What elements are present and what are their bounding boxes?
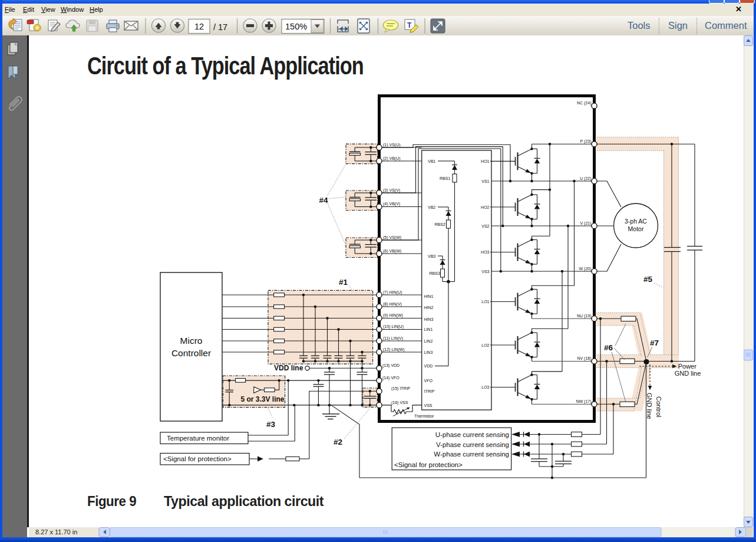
svg-text:5 or 3.3V line: 5 or 3.3V line — [241, 395, 285, 403]
svg-text:Control: Control — [655, 396, 662, 417]
svg-text:#7: #7 — [650, 339, 659, 347]
svg-text:#6: #6 — [604, 343, 613, 352]
svg-text:#5: #5 — [643, 275, 653, 284]
svg-text:(16) VSS: (16) VSS — [391, 400, 408, 405]
svg-text:RBS2: RBS2 — [435, 222, 445, 226]
svg-text:VB3: VB3 — [428, 254, 435, 258]
svg-text:GND line: GND line — [646, 393, 653, 419]
svg-text:VB1: VB1 — [428, 159, 435, 163]
svg-text:HIN3: HIN3 — [424, 317, 434, 321]
svg-text:VB2: VB2 — [428, 205, 435, 209]
svg-text:LO2: LO2 — [481, 343, 489, 347]
svg-text:HIN2: HIN2 — [424, 306, 434, 310]
svg-text:Temperature monitor: Temperature monitor — [167, 435, 229, 442]
svg-text:W-phase current sensing: W-phase current sensing — [434, 451, 509, 458]
svg-text:(12) LIN(W): (12) LIN(W) — [383, 347, 405, 352]
svg-text:(14) VFO: (14) VFO — [382, 376, 400, 380]
svg-text:(8) HIN(V): (8) HIN(V) — [383, 302, 402, 307]
svg-text:Controller: Controller — [171, 348, 211, 358]
svg-text:VSS: VSS — [424, 403, 433, 408]
svg-text:(7) HIN(U): (7) HIN(U) — [383, 290, 402, 295]
svg-text:W (20): W (20) — [579, 267, 592, 271]
svg-text:RBS3: RBS3 — [430, 271, 440, 275]
svg-text:VS1: VS1 — [481, 179, 489, 183]
svg-text:(5) VS(W): (5) VS(W) — [383, 235, 401, 240]
svg-text:(15) ITRIP: (15) ITRIP — [391, 386, 411, 391]
svg-text:Power: Power — [678, 363, 697, 370]
svg-text:V-phase current sensing: V-phase current sensing — [436, 441, 509, 448]
svg-text:HIN1: HIN1 — [424, 294, 434, 298]
svg-text:NV (18): NV (18) — [577, 356, 591, 361]
svg-text:(2) VB(U): (2) VB(U) — [383, 156, 401, 161]
svg-text:(4) VB(V): (4) VB(V) — [383, 202, 400, 206]
svg-text:VDD: VDD — [424, 364, 433, 368]
svg-text:HO2: HO2 — [481, 205, 490, 209]
svg-text:(13) VDD: (13) VDD — [382, 363, 400, 368]
svg-text:LO3: LO3 — [481, 385, 489, 389]
svg-text:VS3: VS3 — [481, 270, 489, 274]
svg-text:NC (24): NC (24) — [577, 101, 592, 106]
svg-text:U (22): U (22) — [580, 176, 591, 181]
svg-text:(3) VS(V): (3) VS(V) — [383, 188, 400, 193]
svg-text:VDD line: VDD line — [274, 364, 303, 372]
svg-text:RBS1: RBS1 — [440, 176, 450, 180]
svg-text:Motor: Motor — [628, 225, 644, 232]
svg-text:NU (19): NU (19) — [577, 314, 592, 318]
svg-text:3-ph AC: 3-ph AC — [625, 218, 647, 225]
svg-text:U-phase current sensing: U-phase current sensing — [435, 431, 509, 438]
svg-text:HO3: HO3 — [481, 250, 490, 254]
svg-text:Micro: Micro — [180, 336, 203, 346]
svg-text:LO1: LO1 — [481, 300, 489, 304]
svg-text:<Signal for protection>: <Signal for protection> — [163, 455, 232, 462]
svg-text:LIN3: LIN3 — [424, 350, 433, 354]
svg-text:GND line: GND line — [675, 370, 701, 377]
svg-text:HO1: HO1 — [481, 159, 490, 163]
svg-text:<Signal for protection>: <Signal for protection> — [394, 461, 463, 468]
svg-text:LIN1: LIN1 — [424, 327, 433, 331]
svg-text:#3: #3 — [266, 420, 276, 429]
svg-text:NW (17): NW (17) — [576, 399, 591, 404]
svg-text:#2: #2 — [334, 438, 342, 446]
svg-text:LIN2: LIN2 — [424, 339, 433, 343]
svg-text:VS2: VS2 — [481, 224, 489, 228]
svg-text:ITRIP: ITRIP — [424, 389, 435, 393]
svg-text:#1: #1 — [339, 278, 348, 287]
svg-text:(11) LIN(V): (11) LIN(V) — [383, 336, 403, 341]
svg-text:V (21): V (21) — [580, 221, 591, 226]
svg-text:(6) VB(W): (6) VB(W) — [383, 249, 401, 254]
svg-text:Thermistor: Thermistor — [414, 414, 434, 418]
svg-text:#4: #4 — [319, 196, 329, 205]
svg-text:VFO: VFO — [424, 379, 433, 383]
svg-text:(10) LIN(U): (10) LIN(U) — [383, 324, 404, 329]
svg-text:(1) VS(U): (1) VS(U) — [383, 143, 401, 147]
svg-text:P (23): P (23) — [580, 139, 592, 144]
svg-text:(9) HIN(W): (9) HIN(W) — [383, 313, 403, 318]
